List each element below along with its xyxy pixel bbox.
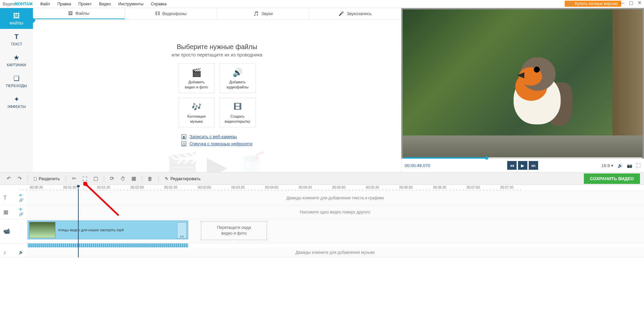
main-video-track: 📹 птицы видео для кошек смотреть.mp4 2.0… xyxy=(0,219,644,243)
aspect-dropdown[interactable]: 16:9 ▾ xyxy=(601,163,613,168)
edit-button[interactable]: ✎Редактировать xyxy=(162,174,203,183)
visibility-icon[interactable]: 👁 xyxy=(19,193,24,197)
overlay-track-body[interactable]: Наложите одно видео поверх другого xyxy=(26,205,644,219)
menubar: ВидеоМОНТАЖ Файл Правка Проект Видео Инс… xyxy=(0,0,644,8)
sidebar-effects[interactable]: ✦ ЭФФЕКТЫ xyxy=(0,91,33,112)
speed-button[interactable]: ⏱ xyxy=(118,174,128,183)
image-icon: 🖼 xyxy=(13,12,20,20)
audio-icon: 🔊 xyxy=(233,67,243,78)
add-video-photo-card[interactable]: 🎬 Добавитьвидео и фото xyxy=(178,64,215,93)
minimize-button[interactable]: — xyxy=(619,0,625,5)
content-tabs: 🖼Файлы 🎞Видеофоны 🎵Звуки 🎤Звукозапись xyxy=(33,8,401,19)
progress-bar[interactable] xyxy=(403,157,642,159)
transition-track[interactable] xyxy=(28,243,188,247)
clip-thumbnail xyxy=(29,222,55,238)
sidebar-effects-label: ЭФФЕКТЫ xyxy=(7,105,26,109)
prev-button[interactable]: ⏮ xyxy=(507,161,517,170)
trim-button[interactable]: ▢ xyxy=(91,174,100,183)
content-subtitle: или просто перетащите их из проводника xyxy=(171,52,262,57)
ruler-mark: 00:03:30 xyxy=(232,186,245,189)
record-webcam-link[interactable]: ◉ Записать с веб-камеры xyxy=(182,134,252,139)
preview-controls: 00:00:49.070 ⏮ ▶ ⏭ 16:9 ▾ 🔊 📷 ⛶ xyxy=(401,159,644,172)
menu-help[interactable]: Справка xyxy=(151,2,167,6)
tab-record[interactable]: 🎤Звукозапись xyxy=(309,8,401,19)
music-track-icon: ♪ xyxy=(3,249,6,255)
preview-video[interactable] xyxy=(403,9,643,157)
buy-full-version-button[interactable]: 🛒 Купить полную версию xyxy=(565,1,621,7)
ai-voice-link[interactable]: AI Озвучка с помощью нейросети xyxy=(182,141,252,146)
save-video-button[interactable]: СОХРАНИТЬ ВИДЕО xyxy=(584,173,640,184)
ruler-mark: 00:04:30 xyxy=(299,186,312,189)
toolbar: ↶ ↷ ⎕Разделить ✂ ⛶ ▢ ⟳ ⏱ ▦ 🗑 ✎Редактиров… xyxy=(0,172,644,185)
timestamp: 00:00:49.070 xyxy=(405,163,430,168)
clip-transition-end[interactable]: 2.0 xyxy=(177,222,187,238)
sidebar-transitions[interactable]: ❏ ПЕРЕХОДЫ xyxy=(0,71,33,91)
music-track-body[interactable]: Дважды кликните для добавления музыки xyxy=(26,247,644,257)
effects-button[interactable]: ▦ xyxy=(129,174,138,183)
menu-edit[interactable]: Правка xyxy=(57,2,71,6)
tab-videobg[interactable]: 🎞Видеофоны xyxy=(125,8,217,19)
wand-icon: ✦ xyxy=(14,95,19,103)
menu-video[interactable]: Видео xyxy=(99,2,111,6)
menu-file[interactable]: Файл xyxy=(40,2,50,6)
video-clip[interactable]: птицы видео для кошек смотреть.mp4 2.0 xyxy=(28,221,188,239)
overlay-track-icon: ▦ xyxy=(3,209,8,215)
decorative-bg-icon: 🎬 ▶ 🥤 xyxy=(165,151,268,172)
tab-sounds[interactable]: 🎵Звуки xyxy=(217,8,309,19)
link-icon[interactable]: 🔗 xyxy=(19,198,24,202)
menu-project[interactable]: Проект xyxy=(78,2,92,6)
crop-button[interactable]: ⛶ xyxy=(80,174,90,183)
layers-icon: ❏ xyxy=(13,74,19,82)
volume-icon[interactable]: 🔊 xyxy=(617,163,623,168)
sidebar-text[interactable]: T ТЕКСТ xyxy=(0,29,33,50)
close-button[interactable]: ✕ xyxy=(637,0,643,5)
sidebar-pictures-label: КАРТИНКИ xyxy=(7,63,26,67)
split-button[interactable]: ⎕Разделить xyxy=(31,174,63,183)
clip-label: птицы видео для кошек смотреть.mp4 xyxy=(58,228,124,232)
ruler-mark: 00:01:30 xyxy=(97,186,110,189)
link-icon[interactable]: 🔗 xyxy=(19,212,24,216)
soundwave-icon: 🎵 xyxy=(253,11,259,16)
undo-button[interactable]: ↶ xyxy=(4,174,13,183)
text-track-body[interactable]: Дважды кликните для добавления текста и … xyxy=(26,191,644,205)
split-icon: ⎕ xyxy=(34,176,37,181)
playhead[interactable] xyxy=(78,185,79,257)
overlay-track: ▦ 👁 🔗 Наложите одно видео поверх другого xyxy=(0,205,644,219)
mic-icon: 🎤 xyxy=(338,11,344,16)
app-logo: ВидеоМОНТАЖ xyxy=(3,2,33,6)
sidebar-files[interactable]: 🖼 ФАЙЛЫ xyxy=(0,8,33,29)
play-button[interactable]: ▶ xyxy=(518,161,527,170)
ruler-mark: 00:03:00 xyxy=(198,186,211,189)
sidebar-transitions-label: ПЕРЕХОДЫ xyxy=(6,84,27,88)
menu-tools[interactable]: Инструменты xyxy=(118,2,144,6)
snapshot-icon[interactable]: 📷 xyxy=(627,163,632,168)
text-track-placeholder: Дважды кликните для добавления текста и … xyxy=(286,196,384,200)
main-track-body[interactable]: птицы видео для кошек смотреть.mp4 2.0 П… xyxy=(26,219,644,243)
video-postcard-card[interactable]: 🎞 Создатьвидеооткрытку xyxy=(219,98,256,127)
drop-zone[interactable]: Перетащите сюда видео и фото xyxy=(201,221,267,240)
next-button[interactable]: ⏭ xyxy=(529,161,538,170)
video-track-icon: 📹 xyxy=(3,228,10,234)
music-track: ♪ 🔊 Дважды кликните для добавления музык… xyxy=(0,247,644,257)
overlay-track-placeholder: Наложите одно видео поверх другого xyxy=(300,210,370,214)
timeline-ruler[interactable]: 00:00:3000:01:0000:01:3000:02:0000:02:30… xyxy=(26,185,644,191)
maximize-button[interactable]: ▢ xyxy=(628,0,634,5)
content-title: Выберите нужные файлы xyxy=(177,43,257,51)
ruler-mark: 00:02:00 xyxy=(131,186,144,189)
cut-button[interactable]: ✂ xyxy=(70,174,79,183)
ruler-mark: 00:06:00 xyxy=(400,186,413,189)
rotate-button[interactable]: ⟳ xyxy=(108,174,117,183)
mute-icon[interactable]: 🔊 xyxy=(19,250,24,254)
music-icon: 🎶 xyxy=(192,102,202,112)
add-audio-card[interactable]: 🔊 Добавитьаудиофайлы xyxy=(219,64,256,93)
music-collection-card[interactable]: 🎶 Коллекциямузыки xyxy=(178,98,215,127)
fullscreen-icon[interactable]: ⛶ xyxy=(636,163,641,168)
redo-button[interactable]: ↷ xyxy=(15,174,24,183)
sidebar-pictures[interactable]: ★ КАРТИНКИ xyxy=(0,50,33,71)
webcam-icon: ◉ xyxy=(182,134,186,139)
tab-files[interactable]: 🖼Файлы xyxy=(33,8,125,19)
visibility-icon[interactable]: 👁 xyxy=(19,207,24,211)
sidebar-files-label: ФАЙЛЫ xyxy=(10,21,23,25)
ruler-mark: 00:07:00 xyxy=(467,186,480,189)
delete-button[interactable]: 🗑 xyxy=(146,174,155,183)
